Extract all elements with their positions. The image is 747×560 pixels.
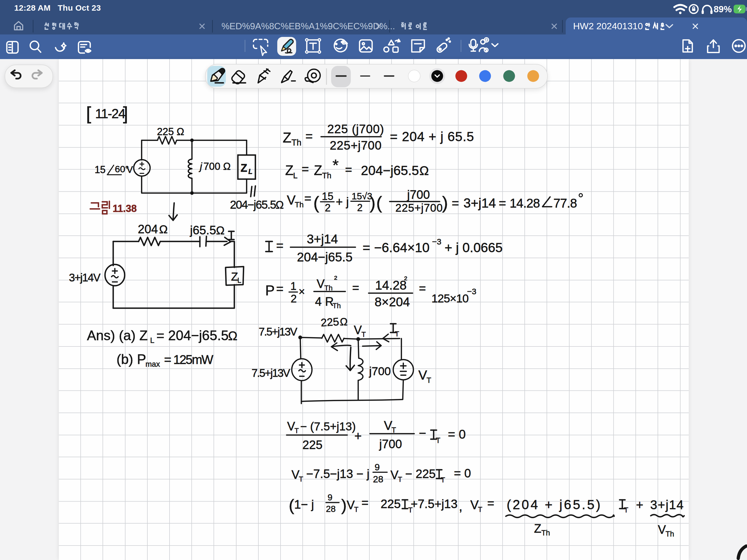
svg-text:V: V bbox=[287, 193, 295, 207]
svg-text:T: T bbox=[361, 330, 366, 338]
svg-text:V: V bbox=[347, 498, 355, 512]
svg-text:28: 28 bbox=[373, 474, 383, 484]
svg-text:V: V bbox=[470, 498, 479, 512]
svg-text:T: T bbox=[299, 475, 303, 483]
svg-text:V: V bbox=[658, 523, 666, 536]
svg-text:V: V bbox=[390, 468, 398, 482]
svg-text:T: T bbox=[441, 476, 445, 484]
svg-text:j700: j700 bbox=[368, 365, 391, 378]
svg-text:700 Ω: 700 Ω bbox=[203, 161, 231, 172]
svg-text:204−j65.5: 204−j65.5 bbox=[297, 250, 353, 264]
svg-text:15: 15 bbox=[95, 164, 106, 175]
svg-text:225: 225 bbox=[302, 438, 323, 452]
svg-text:L: L bbox=[237, 276, 241, 284]
svg-text:L: L bbox=[293, 171, 298, 180]
svg-text:V: V bbox=[317, 277, 325, 290]
svg-text:225+j700: 225+j700 bbox=[330, 138, 382, 152]
svg-text:(: ( bbox=[289, 496, 294, 514]
svg-text:Z: Z bbox=[534, 522, 541, 535]
svg-text:14.28: 14.28 bbox=[510, 196, 540, 210]
svg-text:Ω: Ω bbox=[276, 199, 284, 211]
svg-text:Th: Th bbox=[322, 171, 331, 180]
svg-text:²: ² bbox=[404, 274, 407, 285]
svg-text:225 (j700): 225 (j700) bbox=[327, 122, 384, 136]
svg-text:T: T bbox=[427, 376, 431, 384]
svg-text:V: V bbox=[384, 418, 392, 433]
svg-text:+: + bbox=[636, 498, 643, 512]
svg-text:1: 1 bbox=[290, 280, 297, 292]
svg-text:Z: Z bbox=[314, 163, 323, 178]
svg-text:Th: Th bbox=[666, 530, 674, 538]
svg-text:1− j: 1− j bbox=[294, 498, 314, 511]
svg-text:Ans) (a) Z: Ans) (a) Z bbox=[87, 328, 148, 343]
svg-text:=: = bbox=[487, 497, 494, 510]
svg-text:=: = bbox=[302, 162, 309, 176]
svg-text:T: T bbox=[478, 505, 482, 513]
svg-text:j: j bbox=[199, 161, 203, 172]
svg-text:max: max bbox=[146, 360, 160, 368]
svg-text:): ) bbox=[370, 193, 376, 213]
svg-text:T: T bbox=[398, 475, 402, 483]
svg-text:T: T bbox=[395, 330, 399, 338]
svg-text:225: 225 bbox=[320, 315, 339, 329]
svg-text:=: = bbox=[499, 196, 506, 210]
svg-text:=: = bbox=[305, 129, 313, 143]
svg-text:9: 9 bbox=[328, 492, 333, 502]
svg-text:2: 2 bbox=[357, 202, 363, 213]
svg-text:Th: Th bbox=[295, 200, 304, 209]
svg-text:=: = bbox=[361, 496, 368, 509]
svg-text:T: T bbox=[391, 426, 396, 434]
svg-text:=: = bbox=[345, 163, 352, 176]
svg-text:(b) P: (b) P bbox=[117, 352, 146, 367]
svg-text:V: V bbox=[127, 164, 133, 175]
svg-text:Ω: Ω bbox=[159, 223, 168, 236]
svg-text:7.5+j13V: 7.5+j13V bbox=[259, 326, 298, 338]
svg-text:j700: j700 bbox=[379, 437, 402, 451]
svg-text:225 Ω: 225 Ω bbox=[157, 126, 184, 137]
svg-text:P: P bbox=[265, 282, 275, 298]
svg-text:²: ² bbox=[334, 274, 337, 284]
svg-text:−3: −3 bbox=[467, 287, 476, 296]
svg-text:L: L bbox=[150, 336, 154, 345]
svg-text:9: 9 bbox=[375, 462, 380, 472]
svg-text:=: = bbox=[452, 196, 459, 210]
svg-text:T: T bbox=[354, 505, 358, 513]
svg-text:Ω: Ω bbox=[340, 316, 347, 328]
svg-text:7.5+j13V: 7.5+j13V bbox=[252, 367, 290, 379]
svg-text:2: 2 bbox=[325, 202, 331, 213]
svg-text:(: ( bbox=[376, 193, 382, 213]
svg-text:28: 28 bbox=[326, 504, 336, 514]
svg-text:− (7.5+j13): − (7.5+j13) bbox=[300, 420, 356, 433]
svg-text:= 0: = 0 bbox=[454, 466, 471, 480]
svg-text:×: × bbox=[299, 285, 305, 298]
svg-text:4 R: 4 R bbox=[315, 295, 334, 308]
svg-text:Z: Z bbox=[283, 130, 291, 146]
svg-text:204: 204 bbox=[138, 222, 158, 236]
svg-text:225: 225 bbox=[381, 497, 401, 510]
svg-text:V: V bbox=[287, 419, 295, 433]
svg-text:V: V bbox=[354, 323, 362, 337]
svg-text:): ) bbox=[341, 496, 347, 514]
svg-text:(: ( bbox=[313, 193, 319, 213]
svg-text:−7.5−j13 − j: −7.5−j13 − j bbox=[306, 467, 369, 480]
svg-text:L: L bbox=[248, 168, 252, 175]
svg-text:125×10: 125×10 bbox=[432, 292, 468, 305]
svg-text:+: + bbox=[354, 429, 362, 443]
svg-text:3+j14: 3+j14 bbox=[650, 498, 684, 512]
svg-text:=: = bbox=[276, 282, 284, 296]
svg-text:Th: Th bbox=[291, 138, 301, 147]
svg-text:−: − bbox=[419, 426, 426, 440]
svg-text:225+j700: 225+j700 bbox=[395, 202, 443, 214]
svg-text:*: * bbox=[333, 156, 339, 174]
svg-text:77.8: 77.8 bbox=[553, 196, 577, 210]
svg-text:=: = bbox=[390, 129, 397, 144]
svg-text:3+j14: 3+j14 bbox=[463, 196, 496, 210]
svg-text:− 225: − 225 bbox=[405, 467, 436, 480]
svg-text:3+j14V: 3+j14V bbox=[69, 272, 101, 284]
svg-text:T: T bbox=[294, 427, 299, 435]
svg-text:= 0: = 0 bbox=[448, 427, 466, 441]
svg-text:T: T bbox=[624, 506, 628, 514]
svg-text:V: V bbox=[418, 368, 427, 382]
svg-text:3+j14: 3+j14 bbox=[307, 232, 338, 246]
svg-text:−6.64×10: −6.64×10 bbox=[374, 240, 430, 255]
